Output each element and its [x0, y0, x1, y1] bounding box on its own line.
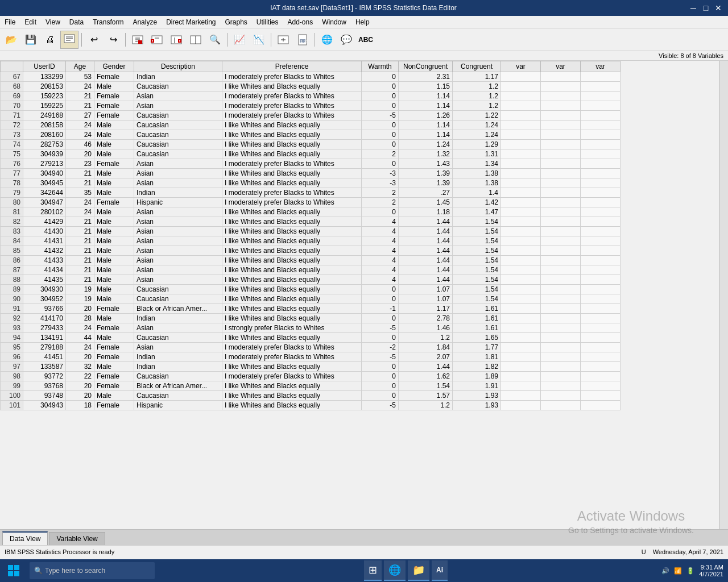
table-cell[interactable]: 133587: [23, 362, 66, 372]
table-cell[interactable]: 1.54: [453, 285, 501, 294]
table-cell[interactable]: [541, 169, 581, 178]
table-cell[interactable]: Asian: [134, 227, 222, 236]
table-cell[interactable]: 1.54: [453, 246, 501, 256]
table-cell[interactable]: 249168: [23, 111, 66, 120]
table-cell[interactable]: 0: [362, 381, 399, 391]
table-cell[interactable]: 2: [362, 188, 399, 198]
table-cell[interactable]: [581, 401, 621, 410]
table-cell[interactable]: [581, 72, 621, 82]
table-cell[interactable]: Indian: [134, 362, 222, 372]
table-cell[interactable]: Female: [94, 381, 134, 391]
table-cell[interactable]: 44: [66, 333, 94, 343]
table-cell[interactable]: 0: [362, 294, 399, 304]
table-cell[interactable]: 21: [66, 227, 94, 236]
table-cell[interactable]: 2: [362, 198, 399, 207]
table-cell[interactable]: [541, 333, 581, 343]
warmth-header[interactable]: Warmth: [362, 61, 399, 72]
table-cell[interactable]: I like Whites and Blacks equally: [222, 304, 362, 314]
table-cell[interactable]: 20: [66, 304, 94, 314]
table-cell[interactable]: I like Whites and Blacks equally: [222, 227, 362, 236]
table-cell[interactable]: 1.07: [399, 285, 453, 294]
table-cell[interactable]: 1.18: [399, 207, 453, 217]
table-cell[interactable]: [581, 304, 621, 314]
table-cell[interactable]: [501, 159, 541, 169]
table-cell[interactable]: [581, 236, 621, 246]
table-cell[interactable]: 1.43: [399, 159, 453, 169]
table-cell[interactable]: 1.45: [399, 198, 453, 207]
table-cell[interactable]: Black or African Amer...: [134, 381, 222, 391]
table-cell[interactable]: 1.93: [453, 391, 501, 401]
table-cell[interactable]: [581, 159, 621, 169]
data-view-tab[interactable]: Data View: [2, 531, 48, 545]
table-cell[interactable]: 21: [66, 92, 94, 101]
data-grid-scroll[interactable]: UserID Age Gender Description Preference…: [0, 61, 719, 529]
table-cell[interactable]: 1.44: [399, 227, 453, 236]
table-cell[interactable]: Caucasian: [134, 111, 222, 120]
table-cell[interactable]: 1.77: [453, 343, 501, 352]
congruent-header[interactable]: Congruent: [453, 61, 501, 72]
table-cell[interactable]: 1.61: [453, 304, 501, 314]
table-cell[interactable]: [501, 92, 541, 101]
table-cell[interactable]: 21: [66, 101, 94, 111]
table-cell[interactable]: 21: [66, 169, 94, 178]
table-cell[interactable]: Asian: [134, 159, 222, 169]
table-cell[interactable]: [581, 333, 621, 343]
table-cell[interactable]: 282753: [23, 140, 66, 149]
table-cell[interactable]: 0: [362, 159, 399, 169]
table-cell[interactable]: [581, 256, 621, 265]
table-cell[interactable]: 159225: [23, 101, 66, 111]
table-cell[interactable]: Female: [94, 304, 134, 314]
table-cell[interactable]: Female: [94, 372, 134, 381]
table-cell[interactable]: [541, 111, 581, 120]
table-cell[interactable]: 1.17: [453, 72, 501, 82]
table-cell[interactable]: Male: [94, 314, 134, 323]
gender-header[interactable]: Gender: [94, 61, 134, 72]
table-cell[interactable]: 1.07: [399, 294, 453, 304]
table-cell[interactable]: 1.54: [453, 265, 501, 275]
table-cell[interactable]: [501, 343, 541, 352]
table-cell[interactable]: 208153: [23, 82, 66, 92]
table-cell[interactable]: [541, 92, 581, 101]
table-cell[interactable]: 1.57: [399, 391, 453, 401]
table-cell[interactable]: 21: [66, 256, 94, 265]
table-cell[interactable]: Asian: [134, 169, 222, 178]
table-cell[interactable]: [541, 275, 581, 285]
table-cell[interactable]: [581, 82, 621, 92]
table-cell[interactable]: 1.54: [453, 227, 501, 236]
table-cell[interactable]: 1.54: [453, 256, 501, 265]
table-cell[interactable]: [581, 198, 621, 207]
table-cell[interactable]: 2.31: [399, 72, 453, 82]
table-cell[interactable]: [581, 285, 621, 294]
table-cell[interactable]: 24: [66, 82, 94, 92]
table-cell[interactable]: [541, 381, 581, 391]
table-cell[interactable]: 280102: [23, 207, 66, 217]
value-labels-button[interactable]: 🌐: [318, 31, 336, 49]
table-cell[interactable]: 1.54: [453, 236, 501, 246]
table-cell[interactable]: 1.14: [399, 92, 453, 101]
table-cell[interactable]: Male: [94, 188, 134, 198]
table-cell[interactable]: [501, 352, 541, 362]
table-cell[interactable]: I like Whites and Blacks equally: [222, 391, 362, 401]
table-cell[interactable]: 1.54: [453, 294, 501, 304]
table-cell[interactable]: 1.24: [399, 140, 453, 149]
table-cell[interactable]: Female: [94, 323, 134, 333]
table-cell[interactable]: [581, 372, 621, 381]
table-cell[interactable]: 24: [66, 120, 94, 130]
table-cell[interactable]: [501, 372, 541, 381]
table-cell[interactable]: [501, 207, 541, 217]
table-cell[interactable]: 1.44: [399, 256, 453, 265]
table-cell[interactable]: 1.14: [399, 120, 453, 130]
table-cell[interactable]: [541, 178, 581, 188]
table-cell[interactable]: [581, 92, 621, 101]
table-cell[interactable]: 21: [66, 275, 94, 285]
table-cell[interactable]: [501, 275, 541, 285]
table-cell[interactable]: 279188: [23, 343, 66, 352]
table-cell[interactable]: I moderately prefer Blacks to Whites: [222, 198, 362, 207]
menu-item-add-ons[interactable]: Add-ons: [283, 17, 318, 27]
table-cell[interactable]: 414170: [23, 314, 66, 323]
table-cell[interactable]: Caucasian: [134, 140, 222, 149]
insert-cases-button[interactable]: [148, 31, 166, 49]
table-cell[interactable]: [581, 130, 621, 140]
table-cell[interactable]: I moderately prefer Blacks to Whites: [222, 101, 362, 111]
table-cell[interactable]: 1.14: [399, 130, 453, 140]
